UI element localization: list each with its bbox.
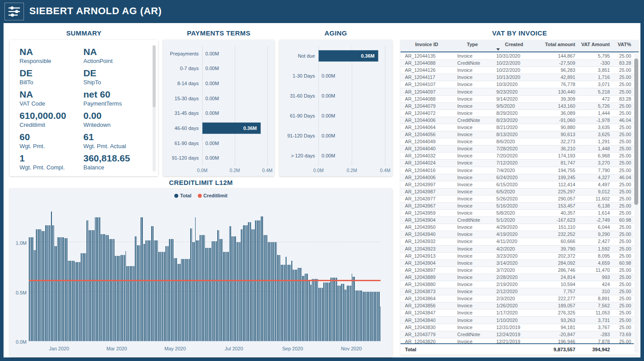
- daily-total-bar[interactable]: [274, 242, 275, 341]
- table-row[interactable]: AR_12043950Invoice4/29/2020151,1106,0442…: [401, 224, 634, 231]
- daily-total-bar[interactable]: [114, 239, 114, 341]
- daily-total-bar[interactable]: [108, 235, 109, 341]
- filter-sliders-button[interactable]: [4, 3, 24, 20]
- daily-total-bar[interactable]: [163, 252, 164, 341]
- daily-total-bar[interactable]: [354, 277, 355, 341]
- daily-total-bar[interactable]: [212, 241, 212, 341]
- daily-total-bar[interactable]: [196, 240, 197, 341]
- table-row[interactable]: AR_12043977Invoice5/26/2020290,05711,602…: [401, 195, 634, 202]
- daily-total-bar[interactable]: [275, 242, 276, 341]
- daily-total-bar[interactable]: [236, 242, 237, 341]
- daily-total-bar[interactable]: [249, 222, 250, 341]
- daily-total-bar[interactable]: [375, 292, 376, 341]
- table-row[interactable]: AR_12044006Invoice6/24/2020199,2454,3274…: [401, 174, 634, 181]
- daily-total-bar[interactable]: [286, 257, 287, 341]
- table-row[interactable]: AR_12043959Invoice5/8/202040,3571,61425.…: [401, 209, 634, 216]
- daily-total-bar[interactable]: [305, 274, 306, 341]
- daily-total-bar[interactable]: [342, 284, 343, 341]
- daily-total-bar[interactable]: [111, 239, 112, 341]
- legend-item-creditlimit[interactable]: Creditlimit: [198, 193, 228, 198]
- table-row[interactable]: AR_12044016Invoice7/4/2020194,7557,79025…: [401, 167, 634, 174]
- table-row[interactable]: AR_12044079Invoice9/5/2020143,1605,72625…: [401, 102, 634, 110]
- daily-total-bar[interactable]: [84, 253, 85, 341]
- daily-total-bar[interactable]: [271, 242, 271, 341]
- daily-total-bar[interactable]: [237, 242, 238, 341]
- daily-total-bar[interactable]: [38, 229, 39, 341]
- daily-total-bar[interactable]: [205, 248, 206, 341]
- daily-total-bar[interactable]: [368, 292, 369, 341]
- daily-total-bar[interactable]: [215, 241, 216, 341]
- daily-total-bar[interactable]: [65, 238, 66, 341]
- daily-total-bar[interactable]: [129, 266, 130, 341]
- daily-total-bar[interactable]: [204, 235, 205, 341]
- daily-total-bar[interactable]: [58, 237, 59, 341]
- daily-total-bar[interactable]: [209, 248, 210, 341]
- daily-total-bar[interactable]: [234, 236, 235, 341]
- daily-total-bar[interactable]: [124, 255, 125, 341]
- daily-total-bar[interactable]: [251, 229, 252, 341]
- daily-total-bar[interactable]: [269, 242, 270, 341]
- daily-total-bar[interactable]: [199, 240, 200, 341]
- daily-total-bar[interactable]: [162, 252, 163, 341]
- table-row[interactable]: AR_12043856Invoice1/26/2020189,0577,5622…: [401, 302, 634, 309]
- daily-total-bar[interactable]: [142, 217, 143, 341]
- daily-total-bar[interactable]: [377, 292, 377, 341]
- daily-total-bar[interactable]: [343, 284, 344, 341]
- daily-total-bar[interactable]: [141, 217, 141, 341]
- daily-total-bar[interactable]: [367, 292, 368, 341]
- column-header[interactable]: Created: [492, 40, 536, 51]
- daily-total-bar[interactable]: [117, 256, 118, 341]
- table-row[interactable]: AR_12044049Invoice8/6/202032,2731,29125.…: [401, 138, 634, 145]
- daily-total-bar[interactable]: [310, 285, 311, 341]
- daily-total-bar[interactable]: [43, 231, 44, 341]
- daily-total-bar[interactable]: [185, 259, 185, 341]
- daily-total-bar[interactable]: [126, 251, 126, 341]
- table-scrollbar-thumb[interactable]: [634, 59, 638, 205]
- table-row[interactable]: AR_12044064Invoice8/21/202090,8803,63525…: [401, 124, 634, 131]
- daily-total-bar[interactable]: [138, 245, 139, 341]
- daily-total-bar[interactable]: [160, 252, 161, 341]
- daily-total-bar[interactable]: [56, 246, 57, 341]
- daily-total-bar[interactable]: [268, 242, 269, 341]
- summary-scrollbar-thumb[interactable]: [153, 45, 156, 107]
- daily-total-bar[interactable]: [34, 250, 35, 341]
- daily-total-bar[interactable]: [253, 229, 254, 341]
- daily-total-bar[interactable]: [197, 240, 198, 341]
- creditlimit-line[interactable]: [29, 280, 381, 281]
- table-row[interactable]: AR_12043779CreditNote12/24/2019-20,847-2…: [401, 331, 634, 338]
- daily-total-bar[interactable]: [262, 216, 263, 341]
- daily-total-bar[interactable]: [174, 258, 175, 341]
- daily-total-bar[interactable]: [328, 283, 329, 341]
- daily-total-bar[interactable]: [74, 261, 75, 341]
- daily-total-bar[interactable]: [246, 225, 247, 341]
- table-row[interactable]: AR_12044088CreditNote10/22/2020-27,509-3…: [401, 59, 634, 67]
- table-row[interactable]: AR_12043967Invoice5/16/2020153,4576,1382…: [401, 202, 634, 209]
- daily-total-bar[interactable]: [379, 292, 380, 341]
- daily-total-bar[interactable]: [220, 239, 220, 341]
- daily-total-bar[interactable]: [91, 230, 92, 341]
- daily-total-bar[interactable]: [192, 228, 192, 341]
- daily-total-bar[interactable]: [303, 276, 304, 341]
- daily-total-bar[interactable]: [202, 235, 203, 341]
- table-row[interactable]: AR_12043940Invoice4/19/2020232,2529,2902…: [401, 231, 634, 238]
- daily-total-bar[interactable]: [308, 280, 309, 341]
- daily-total-bar[interactable]: [322, 288, 323, 341]
- daily-total-bar[interactable]: [190, 228, 191, 341]
- daily-total-bar[interactable]: [116, 256, 117, 341]
- daily-total-bar[interactable]: [143, 244, 144, 341]
- daily-total-bar[interactable]: [318, 288, 319, 341]
- column-header[interactable]: VAT Amount: [578, 40, 613, 51]
- daily-total-bar[interactable]: [35, 250, 35, 341]
- daily-total-bar[interactable]: [207, 248, 208, 341]
- table-row[interactable]: AR_12044135Invoice10/31/2020144,8675,795…: [401, 52, 634, 59]
- daily-total-bar[interactable]: [315, 279, 316, 341]
- daily-total-bar[interactable]: [323, 283, 324, 341]
- daily-total-bar[interactable]: [369, 292, 370, 341]
- daily-total-bar[interactable]: [37, 229, 38, 341]
- daily-total-bar[interactable]: [171, 239, 172, 341]
- daily-total-bar[interactable]: [61, 237, 62, 341]
- daily-total-bar[interactable]: [312, 279, 313, 341]
- daily-total-bar[interactable]: [134, 266, 134, 341]
- table-row[interactable]: AR_12043904Invoice3/14/2020284,0924,6596…: [401, 259, 634, 267]
- daily-total-bar[interactable]: [63, 237, 64, 341]
